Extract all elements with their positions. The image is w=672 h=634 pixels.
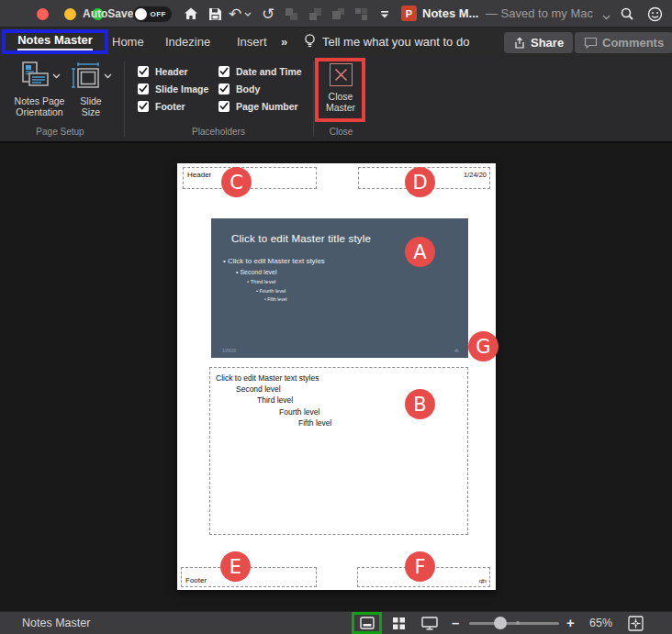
notes-master-page[interactable]: Header 1/24/20 Click to edit Master titl… — [177, 163, 496, 590]
share-button[interactable]: Share — [504, 32, 573, 53]
comments-label: Comments — [602, 36, 664, 50]
lightbulb-icon — [301, 33, 318, 50]
powerpoint-window: AutoSave OFF ↶ ↺ P Not — [0, 0, 672, 634]
minimize-window-button[interactable] — [64, 8, 76, 20]
zoom-slider[interactable] — [469, 622, 559, 625]
callout-d: D — [405, 167, 435, 197]
header-placeholder-text: Header — [187, 171, 211, 179]
slide-bullet-3: Third level — [247, 279, 275, 284]
close-master-icon — [330, 63, 353, 86]
slide-footer-date: 1/24/20 — [222, 349, 236, 353]
redo-icon[interactable]: ↺ — [260, 6, 276, 22]
slide-sorter-view-button[interactable] — [389, 615, 408, 631]
group-divider — [313, 61, 314, 137]
ungroup-objects-icon — [353, 6, 369, 22]
save-icon[interactable] — [207, 6, 223, 22]
comments-button[interactable]: Comments — [575, 32, 672, 53]
group-divider — [124, 61, 125, 137]
slide-size-label-line1: Slide — [80, 95, 101, 106]
footer-placeholder-text: Footer — [185, 576, 207, 584]
callout-e: E — [220, 551, 251, 582]
checkbox-header-label: Header — [155, 66, 188, 77]
close-master-label-line2: Master — [326, 102, 355, 113]
close-window-button[interactable] — [37, 8, 49, 20]
checkbox-checked-icon — [138, 101, 149, 112]
notes-page-orientation-icon — [18, 61, 50, 91]
close-master-button[interactable]: Close Master — [323, 63, 358, 113]
checkbox-checked-icon — [218, 101, 230, 112]
zoom-slider-tick — [516, 621, 520, 625]
saved-status-chevron-icon[interactable] — [601, 9, 610, 26]
checkbox-checked-icon — [138, 66, 149, 77]
callout-b: B — [405, 389, 435, 419]
tab-home[interactable]: Home — [112, 35, 144, 49]
zoom-in-button[interactable]: + — [566, 615, 575, 630]
ribbon-tab-bar: Notes Master Home Indezine Insert » Tell… — [0, 28, 672, 57]
callout-c: C — [221, 167, 252, 197]
annotation-green-box — [352, 612, 382, 634]
notes-page-orientation-button[interactable]: Notes Page Orientation — [11, 61, 68, 117]
title-bar: AutoSave OFF ↶ ↺ P Not — [0, 0, 672, 28]
document-title: Notes M... — [422, 6, 478, 20]
orientation-label-line2: Orientation — [16, 106, 62, 117]
autosave-label: AutoSave — [83, 7, 133, 20]
feedback-smiley-icon[interactable] — [646, 6, 663, 22]
tab-insert[interactable]: Insert — [237, 35, 267, 49]
status-bar: Notes Master – + 65% — [0, 611, 672, 634]
zoom-out-button[interactable]: – — [452, 615, 459, 630]
group-label-placeholders: Placeholders — [184, 127, 253, 137]
customize-toolbar-icon[interactable] — [376, 6, 393, 22]
autosave-state: OFF — [151, 10, 167, 18]
slideshow-view-button[interactable] — [420, 615, 439, 631]
close-master-label-line1: Close — [329, 91, 353, 102]
page-number-text: ‹#› — [478, 578, 487, 584]
undo-chevron-icon[interactable] — [243, 6, 252, 22]
tab-overflow-chevrons[interactable]: » — [281, 35, 286, 49]
body-line-1: Click to edit Master text styles — [216, 373, 467, 384]
zoom-percentage[interactable]: 65% — [589, 617, 612, 629]
checkbox-footer-label: Footer — [155, 101, 185, 112]
slide-size-dropdown-chevron-icon — [104, 73, 112, 79]
tab-notes-master[interactable]: Notes Master — [2, 29, 108, 54]
ribbon-notes-master: Notes Page Orientation Slide Size — [0, 57, 672, 143]
checkbox-date-and-time-label: Date and Time — [236, 66, 302, 77]
tell-me-box[interactable]: Tell me what you want to do — [322, 35, 469, 49]
checkbox-page-number[interactable]: Page Number — [218, 100, 298, 112]
body-line-3: Third level — [257, 395, 467, 406]
checkbox-footer[interactable]: Footer — [138, 100, 185, 112]
slide-size-icon — [70, 61, 101, 91]
autosave-toggle[interactable]: OFF — [133, 6, 172, 22]
send-backward-icon — [307, 6, 323, 22]
fit-slide-to-window-button[interactable] — [626, 615, 644, 631]
search-icon[interactable] — [619, 6, 635, 22]
normal-view-button[interactable] — [358, 615, 376, 631]
slide-bullet-2: Second level — [236, 269, 277, 275]
checkbox-checked-icon — [218, 83, 230, 95]
orientation-label-line1: Notes Page — [15, 95, 65, 106]
checkbox-slide-image[interactable]: Slide Image — [138, 83, 208, 95]
slide-bullet-4: Fourth level — [256, 288, 286, 294]
powerpoint-letter: P — [406, 8, 412, 19]
date-placeholder-text: 1/24/20 — [464, 171, 487, 179]
group-label-close: Close — [316, 127, 366, 137]
checkbox-header[interactable]: Header — [138, 65, 188, 77]
orientation-dropdown-chevron-icon — [52, 73, 61, 79]
body-line-2: Second level — [236, 384, 467, 395]
body-line-5: Fifth level — [298, 417, 467, 428]
checkbox-body-label: Body — [236, 83, 260, 95]
share-label: Share — [531, 36, 564, 50]
callout-g: G — [468, 331, 498, 361]
slide-number: ‹#› — [454, 349, 460, 353]
checkbox-date-and-time[interactable]: Date and Time — [218, 65, 302, 77]
slide-size-button[interactable]: Slide Size — [69, 61, 113, 117]
tab-indezine[interactable]: Indezine — [165, 35, 210, 49]
checkbox-checked-icon — [138, 83, 149, 95]
slide-bullet-1: Click to edit Master text styles — [223, 257, 325, 265]
checkbox-body[interactable]: Body — [218, 83, 260, 95]
saved-status[interactable]: — Saved to my Mac — [486, 6, 593, 20]
home-icon[interactable] — [183, 6, 199, 22]
undo-icon[interactable]: ↶ — [227, 6, 243, 22]
zoom-slider-thumb[interactable] — [494, 617, 507, 629]
tab-notes-master-label: Notes Master — [17, 33, 93, 50]
group-objects-icon — [330, 6, 346, 22]
